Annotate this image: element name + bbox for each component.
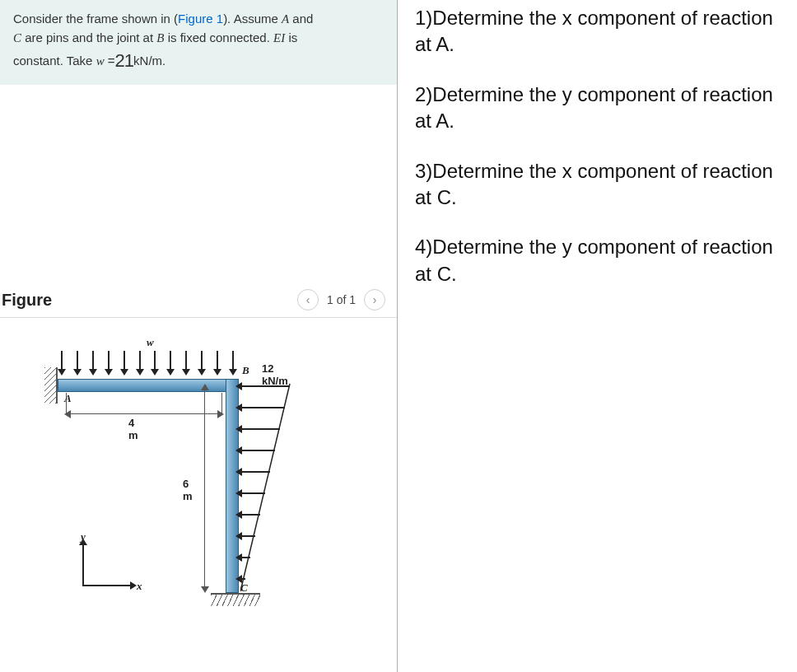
axis-y-label: y: [81, 530, 86, 544]
label-4m: 4 m: [128, 417, 138, 441]
label-B: B: [242, 364, 249, 377]
text: is: [285, 30, 297, 44]
label-A: A: [64, 392, 72, 405]
pager-prev-button[interactable]: ‹: [297, 289, 319, 310]
figure-link[interactable]: Figure 1: [178, 12, 223, 26]
var-A: A: [282, 12, 289, 26]
left-pane: Consider the frame shown in (Figure 1). …: [0, 0, 397, 672]
question-1: 1)Determine the x component of reaction …: [415, 5, 782, 58]
question-3: 3)Determine the x component of reaction …: [415, 158, 782, 212]
var-EI: EI: [273, 31, 285, 44]
figure-title: Figure: [2, 291, 52, 310]
w-value: 21: [115, 50, 133, 71]
label-6m: 6 m: [183, 478, 193, 502]
equals: =: [105, 54, 115, 68]
text: constant. Take: [13, 54, 96, 68]
question-4: 4)Determine the y component of reaction …: [415, 234, 782, 287]
triangular-load-edge: [240, 380, 298, 595]
label-w: w: [147, 336, 154, 349]
svg-line-0: [240, 384, 290, 591]
dimension-6m: [204, 385, 216, 591]
ground-C: [211, 593, 260, 608]
axis-x-label: x: [137, 580, 142, 593]
distributed-load-w: [61, 351, 234, 379]
text: and: [289, 12, 313, 26]
dot: .: [162, 54, 165, 68]
chevron-left-icon: ‹: [306, 293, 310, 306]
figure-header: Figure ‹ 1 of 1 ›: [0, 289, 397, 318]
chevron-right-icon: ›: [373, 293, 377, 306]
pager-next-button[interactable]: ›: [364, 289, 385, 310]
problem-statement: Consider the frame shown in (Figure 1). …: [0, 0, 397, 85]
text: Consider the frame shown in (: [13, 12, 178, 26]
question-2: 2)Determine the y component of reaction …: [415, 82, 782, 135]
text: is fixed connected.: [164, 30, 273, 44]
label-12kNm: 12 kN/m: [262, 362, 288, 387]
pane-divider: [397, 0, 398, 672]
figure-pager: ‹ 1 of 1 ›: [297, 289, 385, 310]
w-unit: kN/m: [133, 54, 162, 68]
dimension-4m: [66, 413, 222, 425]
var-w: w: [96, 54, 105, 68]
diagram: w B 12 kN/m A 4 m 6 m C y x: [0, 338, 397, 634]
label-C: C: [240, 581, 248, 595]
var-C: C: [13, 31, 21, 44]
axis-indicator: y x: [82, 544, 148, 593]
right-pane: 1)Determine the x component of reaction …: [397, 0, 797, 672]
fixed-wall-A: [44, 367, 58, 404]
text: ). Assume: [223, 12, 282, 26]
text: are pins and the joint at: [21, 30, 156, 44]
pager-text: 1 of 1: [327, 293, 356, 306]
